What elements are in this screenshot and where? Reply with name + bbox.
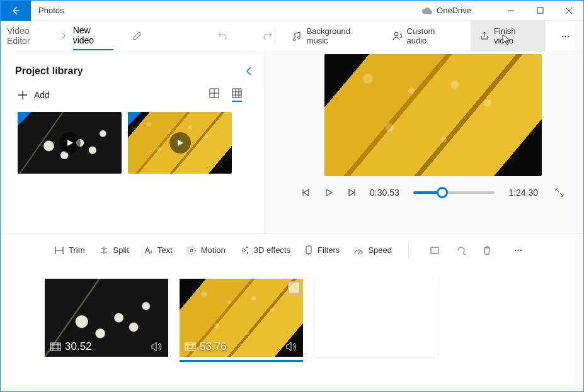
svg-point-4	[190, 249, 193, 252]
maximize-button[interactable]	[525, 1, 554, 21]
text-label: Text	[157, 245, 173, 255]
clip-1-audio[interactable]	[151, 342, 162, 352]
text-icon	[143, 246, 153, 255]
trim-button[interactable]: Trim	[54, 245, 85, 255]
app-title: Photos	[31, 6, 71, 15]
close-button[interactable]	[554, 1, 583, 21]
titlebar: Photos OneDrive	[1, 1, 583, 21]
filters-label: Filters	[318, 245, 340, 255]
add-media-button[interactable]: Add	[18, 90, 50, 100]
minimize-icon	[507, 7, 515, 14]
rename-button[interactable]	[132, 31, 142, 41]
step-forward-icon	[347, 188, 356, 197]
clip-2-audio[interactable]	[285, 342, 297, 352]
svg-rect-6	[306, 246, 311, 254]
grid-large-button[interactable]	[209, 88, 219, 102]
fullscreen-button[interactable]	[554, 188, 564, 198]
collapse-library-button[interactable]	[245, 66, 253, 76]
onedrive-label: OneDrive	[437, 6, 471, 15]
svg-rect-7	[431, 247, 438, 254]
empty-clip-slot[interactable]	[314, 279, 438, 357]
motion-button[interactable]: Motion	[186, 245, 226, 255]
prev-frame-button[interactable]	[302, 188, 311, 197]
clip-1[interactable]: 30.52	[45, 279, 168, 357]
pencil-icon	[132, 31, 142, 41]
clip-1-duration: 30.52	[65, 340, 92, 353]
library-thumb-2[interactable]	[128, 112, 232, 174]
clip-2[interactable]: 53.76	[180, 279, 303, 357]
crop-icon	[430, 246, 440, 255]
close-icon	[565, 7, 573, 14]
view-toggle	[209, 88, 242, 102]
arrow-left-icon	[11, 6, 21, 16]
export-icon	[479, 31, 490, 41]
play-icon	[176, 139, 184, 147]
speed-button[interactable]: Speed	[353, 245, 392, 255]
trim-icon	[54, 246, 64, 255]
svg-point-5	[188, 247, 195, 254]
3d-effects-button[interactable]: 3D effects	[239, 245, 290, 255]
project-library-panel: Project library Add	[4, 54, 264, 233]
undo-button[interactable]	[218, 31, 229, 41]
fullscreen-icon	[554, 188, 564, 198]
delete-button[interactable]	[483, 245, 491, 255]
grid-small-button[interactable]	[232, 88, 242, 102]
maximize-icon	[537, 7, 544, 14]
background-music-button[interactable]: Background music	[287, 21, 378, 50]
more-button[interactable]: ⋯	[555, 31, 577, 41]
breadcrumb-current[interactable]: New video	[73, 25, 113, 50]
film-icon	[50, 342, 61, 351]
split-button[interactable]: Split	[99, 245, 129, 255]
3d-label: 3D effects	[254, 245, 290, 255]
sparkle-icon	[239, 245, 249, 255]
next-frame-button[interactable]	[347, 188, 356, 197]
undo-redo-group	[218, 31, 272, 41]
filters-button[interactable]: Filters	[304, 245, 340, 255]
breadcrumb-root[interactable]: Video Editor	[7, 26, 54, 46]
music-icon	[292, 31, 302, 41]
rotate-button[interactable]	[456, 245, 466, 255]
split-label: Split	[113, 245, 129, 255]
redo-button[interactable]	[261, 31, 272, 41]
used-indicator-icon	[128, 112, 142, 126]
finish-video-button[interactable]: Finish video	[471, 20, 546, 52]
playback-controls: 0:30.53 1:24.30	[302, 188, 564, 198]
selection-checkbox[interactable]	[288, 281, 301, 294]
seek-knob[interactable]	[437, 187, 448, 198]
aspect-ratio-button[interactable]	[430, 246, 440, 255]
library-thumb-1[interactable]	[18, 112, 122, 174]
svg-rect-8	[50, 343, 60, 350]
person-audio-icon	[392, 31, 403, 41]
back-button[interactable]	[1, 1, 31, 21]
rotate-icon	[456, 245, 466, 255]
custom-audio-button[interactable]: Custom audio	[387, 21, 461, 50]
play-icon	[66, 139, 74, 147]
clip-2-duration: 53.76	[200, 340, 227, 353]
svg-point-1	[394, 32, 398, 36]
more-storyboard-button[interactable]: ⋯	[508, 245, 530, 255]
total-time: 1:24.30	[508, 188, 538, 198]
onedrive-status[interactable]: OneDrive	[421, 6, 496, 15]
chevron-left-icon	[245, 66, 253, 76]
play-overlay[interactable]	[169, 132, 191, 154]
play-button[interactable]	[324, 188, 333, 197]
seek-bar[interactable]	[413, 191, 495, 194]
text-button[interactable]: Text	[143, 245, 173, 255]
trash-icon	[483, 245, 491, 255]
play-icon	[324, 188, 333, 197]
minimize-button[interactable]	[496, 1, 525, 21]
motion-label: Motion	[201, 245, 226, 255]
play-overlay[interactable]	[59, 132, 81, 154]
speed-icon	[353, 246, 364, 255]
storyboard-toolbar: Trim Split Text Motion 3D effects Filter…	[1, 233, 583, 266]
filters-icon	[304, 245, 313, 255]
speaker-icon	[151, 342, 162, 352]
undo-icon	[218, 31, 229, 41]
speed-label: Speed	[368, 245, 392, 255]
separator	[275, 27, 275, 45]
motion-icon	[186, 245, 197, 255]
preview-frame[interactable]	[324, 54, 542, 176]
separator	[408, 242, 409, 259]
grid-large-icon	[209, 88, 219, 98]
breadcrumb: Video Editor New video	[7, 21, 142, 50]
